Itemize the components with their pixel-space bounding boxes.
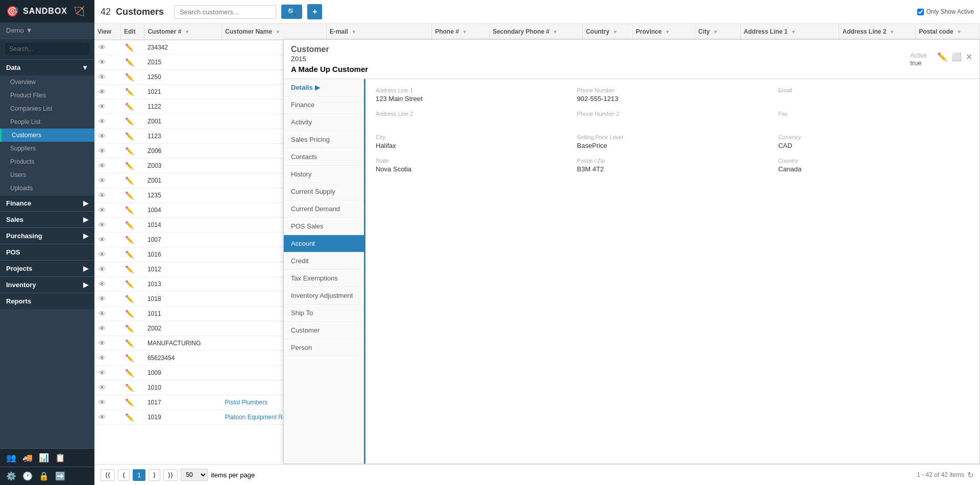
popup-nav-contacts[interactable]: Contacts [284,148,364,166]
popup-edit-icon[interactable]: ✏️ [937,52,947,62]
edit-icon[interactable]: ✏️ [125,324,134,333]
edit-icon[interactable]: ✏️ [125,384,134,392]
sidebar-section-sales-header[interactable]: Sales ▶ [0,211,94,227]
col-city[interactable]: City ▼ [695,24,741,40]
view-icon[interactable]: 👁 [99,206,106,214]
clock-icon[interactable]: 🕐 [22,471,33,481]
edit-icon[interactable]: ✏️ [125,176,134,185]
popup-nav-ship-to[interactable]: Ship To [284,304,364,322]
view-icon[interactable]: 👁 [99,280,106,288]
chart-icon[interactable]: 📊 [39,453,49,463]
col-country[interactable]: Country ▼ [582,24,632,40]
sidebar-item-overview[interactable]: Overview [0,75,94,89]
edit-icon[interactable]: ✏️ [125,295,134,303]
col-customer-name[interactable]: Customer Name ▼ [222,24,327,40]
logout-icon[interactable]: ➡️ [55,471,65,481]
prev-page-button[interactable]: ⟨ [118,469,130,481]
search-button[interactable]: 🔍 [281,5,302,19]
edit-icon[interactable]: ✏️ [125,103,134,111]
view-icon[interactable]: 👁 [99,384,106,392]
sidebar-section-inventory-header[interactable]: Inventory ▶ [0,276,94,293]
col-email[interactable]: E-mail ▼ [326,24,432,40]
view-icon[interactable]: 👁 [99,369,106,377]
sidebar-item-companies-list[interactable]: Companies List [0,102,94,115]
postal-filter-icon[interactable]: ▼ [957,29,962,35]
col-customer-num[interactable]: Customer # ▼ [144,24,222,40]
view-icon[interactable]: 👁 [99,310,106,318]
popup-nav-current-supply[interactable]: Current Supply [284,183,364,200]
view-icon[interactable]: 👁 [99,191,106,199]
view-icon[interactable]: 👁 [99,265,106,273]
edit-icon[interactable]: ✏️ [125,280,134,288]
view-icon[interactable]: 👁 [99,250,106,259]
popup-nav-finance[interactable]: Finance [284,96,364,114]
edit-icon[interactable]: ✏️ [125,354,134,362]
address2-filter-icon[interactable]: ▼ [890,29,895,35]
email-filter-icon[interactable]: ▼ [351,29,356,35]
sidebar-item-products[interactable]: Products [0,155,94,168]
city-filter-icon[interactable]: ▼ [713,29,718,35]
popup-nav-pos-sales[interactable]: POS Sales [284,218,364,235]
per-page-select[interactable]: 50 25 100 [181,469,208,481]
search-input[interactable] [174,5,276,19]
view-icon[interactable]: 👁 [99,132,106,140]
view-icon[interactable]: 👁 [99,295,106,303]
sidebar-section-projects-header[interactable]: Projects ▶ [0,260,94,276]
view-icon[interactable]: 👁 [99,176,106,185]
sidebar-section-data-header[interactable]: Data ▼ [0,59,94,75]
sidebar-section-reports-header[interactable]: Reports [0,293,94,309]
page-1-button[interactable]: 1 [133,469,145,481]
col-address1[interactable]: Address Line 1 ▼ [741,24,839,40]
only-show-active-checkbox[interactable] [917,9,924,15]
col-secondary-phone[interactable]: Secondary Phone # ▼ [489,24,583,40]
col-province[interactable]: Province ▼ [632,24,695,40]
first-page-button[interactable]: ⟨⟨ [101,469,115,481]
col-phone[interactable]: Phone # ▼ [432,24,489,40]
add-button[interactable]: + [307,4,322,19]
edit-icon[interactable]: ✏️ [125,117,134,125]
last-page-button[interactable]: ⟩⟩ [163,469,178,481]
edit-icon[interactable]: ✏️ [125,250,134,259]
col-address2[interactable]: Address Line 2 ▼ [839,24,916,40]
sidebar-item-users[interactable]: Users [0,168,94,182]
edit-icon[interactable]: ✏️ [125,73,134,81]
sidebar-item-customers[interactable]: Customers [0,129,94,142]
view-icon[interactable]: 👁 [99,58,106,66]
edit-icon[interactable]: ✏️ [125,265,134,273]
sidebar-item-product-files[interactable]: Product Files [0,89,94,102]
popup-nav-customer[interactable]: Customer [284,322,364,339]
edit-icon[interactable]: ✏️ [125,221,134,229]
view-icon[interactable]: 👁 [99,413,106,421]
refresh-icon[interactable]: ↻ [967,470,974,480]
edit-icon[interactable]: ✏️ [125,206,134,214]
view-icon[interactable]: 👁 [99,103,106,111]
popup-nav-current-demand[interactable]: Current Demand [284,200,364,218]
popup-nav-credit[interactable]: Credit [284,252,364,270]
view-icon[interactable]: 👁 [99,43,106,52]
secondary-phone-filter-icon[interactable]: ▼ [553,29,558,35]
customer-name-link[interactable]: Pistol Plumbers [225,399,267,406]
view-icon[interactable]: 👁 [99,339,106,347]
sidebar-section-finance-header[interactable]: Finance ▶ [0,195,94,211]
edit-icon[interactable]: ✏️ [125,191,134,199]
sidebar-item-people-list[interactable]: People List [0,115,94,129]
edit-icon[interactable]: ✏️ [125,147,134,155]
popup-nav-details[interactable]: Details ▶ [284,79,364,96]
sidebar-item-uploads[interactable]: Uploads [0,182,94,195]
popup-nav-account[interactable]: Account [284,235,364,252]
sidebar-section-pos-header[interactable]: POS [0,244,94,260]
view-icon[interactable]: 👁 [99,324,106,333]
people-icon[interactable]: 👥 [6,453,16,463]
settings-icon[interactable]: ⚙️ [6,471,16,481]
popup-expand-icon[interactable]: ⬜ [951,52,962,62]
view-icon[interactable]: 👁 [99,221,106,229]
edit-icon[interactable]: ✏️ [125,413,134,421]
view-icon[interactable]: 👁 [99,354,106,362]
view-icon[interactable]: 👁 [99,147,106,155]
edit-icon[interactable]: ✏️ [125,339,134,347]
province-filter-icon[interactable]: ▼ [665,29,670,35]
edit-icon[interactable]: ✏️ [125,88,134,96]
sidebar-item-suppliers[interactable]: Suppliers [0,142,94,155]
sidebar-user[interactable]: Demo ▼ [0,22,94,39]
edit-icon[interactable]: ✏️ [125,132,134,140]
